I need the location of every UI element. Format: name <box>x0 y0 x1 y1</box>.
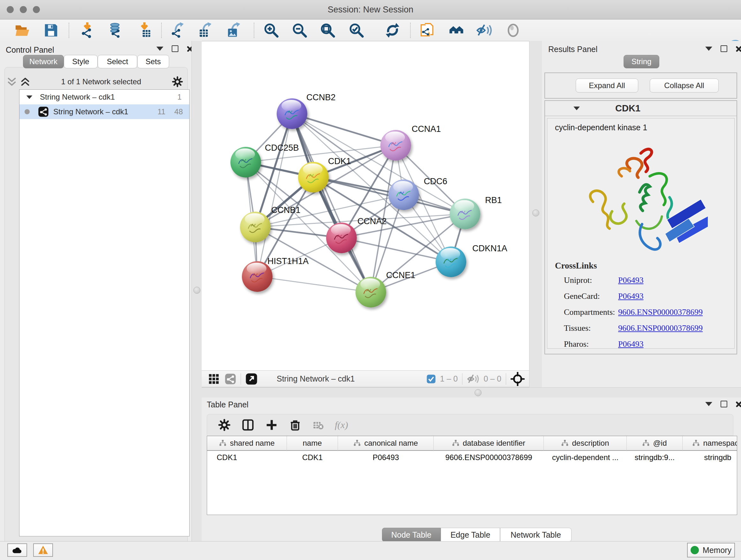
column-header-id[interactable]: @id <box>627 436 683 451</box>
expand-all-button[interactable]: Expand All <box>576 78 638 92</box>
current-network-dot <box>24 109 30 114</box>
tab-edge-table[interactable]: Edge Table <box>441 528 500 542</box>
panel-menu-icon[interactable] <box>705 47 712 51</box>
network-row[interactable]: String Network – cdk1 11 48 <box>19 105 189 119</box>
function-builder-icon[interactable]: f(x) <box>335 420 348 430</box>
home-icon[interactable] <box>448 22 465 39</box>
column-header-namespace[interactable]: namespace <box>683 436 737 451</box>
genecard-link[interactable]: P06493 <box>618 292 703 301</box>
import-table-file-icon[interactable] <box>136 22 153 39</box>
table-options-gear-icon[interactable] <box>218 419 231 431</box>
divider-handle[interactable] <box>532 209 539 216</box>
compartments-link[interactable]: 9606.ENSP00000378699 <box>618 307 703 317</box>
table-cell[interactable]: cyclin-dependent ... <box>544 451 627 464</box>
zoom-fit-icon[interactable] <box>320 22 336 39</box>
import-network-file-icon[interactable] <box>79 22 96 39</box>
network-node-CDC25B[interactable] <box>230 147 261 178</box>
show-columns-icon[interactable] <box>242 419 254 431</box>
float-panel-icon[interactable] <box>721 45 727 52</box>
export-table-icon[interactable] <box>198 22 214 39</box>
uniprot-link[interactable]: P06493 <box>618 275 703 285</box>
hidden-eye-slash-icon[interactable] <box>467 374 480 384</box>
import-network-database-icon[interactable] <box>107 22 123 39</box>
tab-network-table[interactable]: Network Table <box>500 528 571 542</box>
network-selection-status: 1 of 1 Network selected <box>30 77 172 86</box>
gene-name: CDK1 <box>615 103 641 114</box>
tab-select[interactable]: Select <box>98 55 137 68</box>
table-cell[interactable]: 9606.ENSP00000378699 <box>434 451 544 464</box>
export-image-icon[interactable] <box>226 22 243 39</box>
birdseye-icon[interactable] <box>246 373 258 385</box>
table-panel-divider[interactable] <box>202 387 741 398</box>
control-panel-divider[interactable] <box>192 41 202 541</box>
column-header-name[interactable]: name <box>287 436 338 451</box>
apply-layout-icon[interactable] <box>384 22 401 39</box>
export-network-icon[interactable] <box>170 22 186 39</box>
network-node-CCNA1[interactable] <box>381 130 411 161</box>
memory-status-dot <box>690 546 699 554</box>
close-panel-icon[interactable] <box>736 46 741 52</box>
cloud-status-button[interactable] <box>7 543 27 557</box>
grid-view-icon[interactable] <box>208 373 219 385</box>
close-panel-icon[interactable] <box>736 401 741 408</box>
float-panel-icon[interactable] <box>721 401 727 408</box>
network-node-RB1[interactable] <box>450 199 480 229</box>
collapse-all-networks-icon[interactable] <box>6 76 17 87</box>
open-session-icon[interactable] <box>14 22 30 39</box>
column-header-shared-name[interactable]: shared name <box>207 436 287 451</box>
node-table[interactable]: shared name name canonical name database… <box>207 436 737 515</box>
create-column-icon[interactable] <box>265 419 278 431</box>
network-canvas[interactable]: CCNB2CCNA1CDC25BCDK1CDC6RB1CCNB1CCNA2CDK… <box>202 42 529 370</box>
collapse-all-button[interactable]: Collapse All <box>650 78 719 92</box>
memory-button[interactable]: Memory <box>687 543 735 557</box>
panel-menu-icon[interactable] <box>705 402 712 406</box>
delete-table-icon[interactable] <box>313 419 324 431</box>
selected-checkbox-icon[interactable] <box>426 374 436 384</box>
node-label: CCNB1 <box>271 205 300 215</box>
save-session-icon[interactable] <box>43 22 59 39</box>
divider-handle[interactable] <box>475 389 482 396</box>
tab-string[interactable]: String <box>623 55 659 68</box>
network-node-CCNB1[interactable] <box>240 212 271 242</box>
warnings-button[interactable] <box>33 543 53 557</box>
column-header-database-identifier[interactable]: database identifier <box>434 436 544 451</box>
collection-expand-icon[interactable] <box>26 95 32 99</box>
expand-all-networks-icon[interactable] <box>20 76 30 87</box>
tab-style[interactable]: Style <box>64 55 98 68</box>
network-options-gear-icon[interactable] <box>172 76 183 87</box>
network-collection-row[interactable]: String Network – cdk1 1 <box>19 90 189 105</box>
table-cell[interactable]: P06493 <box>338 451 434 464</box>
table-cell[interactable]: stringdb <box>683 451 737 464</box>
network-node-CDC6[interactable] <box>388 179 419 210</box>
column-header-description[interactable]: description <box>544 436 627 451</box>
zoom-out-icon[interactable] <box>291 22 308 39</box>
tab-node-table[interactable]: Node Table <box>382 528 441 542</box>
network-node-CCNB2[interactable] <box>277 98 307 129</box>
network-node-CDKN1A[interactable] <box>435 246 466 277</box>
crosshair-icon[interactable] <box>511 372 525 386</box>
tab-network[interactable]: Network <box>23 55 64 68</box>
panel-menu-icon[interactable] <box>156 47 163 51</box>
zoom-in-icon[interactable] <box>263 22 280 39</box>
network-node-CDK1[interactable] <box>298 162 329 192</box>
table-cell[interactable]: CDK1 <box>287 451 338 464</box>
network-overview-icon[interactable] <box>225 373 236 385</box>
float-panel-icon[interactable] <box>172 45 179 52</box>
pharos-link[interactable]: P06493 <box>618 339 703 349</box>
delete-column-icon[interactable] <box>289 419 301 431</box>
column-header-canonical-name[interactable]: canonical name <box>338 436 434 451</box>
zoom-selected-icon[interactable] <box>348 22 365 39</box>
tissues-link[interactable]: 9606.ENSP00000378699 <box>618 323 703 333</box>
table-cell[interactable]: stringdb:9... <box>627 451 683 464</box>
table-cell[interactable]: CDK1 <box>207 451 287 464</box>
gene-entry-header[interactable]: CDK1 <box>545 101 737 116</box>
divider-handle[interactable] <box>193 287 200 294</box>
eye-icon[interactable] <box>505 22 522 39</box>
network-node-CCNA2[interactable] <box>326 223 357 253</box>
entry-collapse-icon[interactable] <box>574 106 580 110</box>
results-panel-divider[interactable] <box>529 41 542 387</box>
share-document-icon[interactable] <box>419 22 435 39</box>
tab-sets[interactable]: Sets <box>137 55 169 68</box>
hide-graphics-details-icon[interactable] <box>476 22 493 39</box>
network-node-CCNE1[interactable] <box>355 277 386 307</box>
